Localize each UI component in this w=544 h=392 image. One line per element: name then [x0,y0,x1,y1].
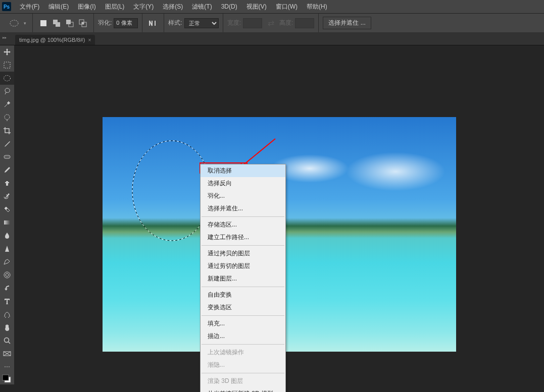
tool-zoom[interactable] [0,334,14,347]
tool-shape[interactable] [0,308,14,321]
svg-point-18 [4,272,10,278]
tool-gradient[interactable] [0,216,14,229]
menu-edit[interactable]: 编辑(E) [44,3,73,11]
ctx-deselect[interactable]: 取消选择 [201,164,285,177]
tool-clone[interactable] [0,177,14,190]
ctx-render-3d-layer: 渲染 3D 图层 [201,375,285,387]
svg-point-15 [8,156,9,157]
menu-file[interactable]: 文件(F) [15,3,44,11]
tool-type[interactable] [0,295,14,308]
width-label: 宽度: [227,19,241,27]
tool-eraser[interactable] [0,203,14,216]
svg-point-14 [7,156,7,157]
svg-rect-22 [3,375,9,380]
ctx-new-3d-from-selection[interactable]: 从当前选区新建 3D 模型 [201,387,285,392]
style-label: 样式: [168,19,182,27]
ctx-new-layer[interactable]: 新建图层... [201,272,285,285]
ctx-make-work-path[interactable]: 建立工作路径... [201,231,285,244]
tool-lasso[interactable] [0,85,14,98]
ctx-feather[interactable]: 羽化... [201,190,285,202]
tool-history-brush[interactable] [0,190,14,203]
ctx-select-inverse[interactable]: 选择反向 [201,177,285,190]
tool-sharpen[interactable] [0,242,14,255]
selection-subtract-icon[interactable] [64,18,75,29]
menu-layer[interactable]: 图层(L) [101,3,129,11]
ctx-fill[interactable]: 填充... [201,317,285,330]
tool-rect-marquee[interactable] [0,59,14,72]
document-tab-bar: ▸▸ timg.jpg @ 100%(RGB/8#) × [0,32,544,45]
clouds-graphic [274,147,456,193]
menu-type[interactable]: 文字(Y) [129,3,158,11]
ctx-sep [202,245,284,246]
ctx-sep [202,344,284,345]
menu-window[interactable]: 窗口(W) [271,3,302,11]
ctx-stroke[interactable]: 描边... [201,330,285,343]
tool-crop[interactable] [0,124,14,137]
tool-hand[interactable] [0,321,14,334]
swap-wh-icon: ⇄ [265,18,276,29]
svg-rect-1 [40,20,46,26]
document-tab-title: timg.jpg @ 100%(RGB/8#) [19,37,85,43]
selection-marquee [132,140,212,241]
svg-point-0 [10,20,18,26]
tool-blur[interactable] [0,229,14,242]
select-and-mask-button[interactable]: 选择并遮住 ... [323,17,371,29]
document-tab[interactable]: timg.jpg @ 100%(RGB/8#) × [15,35,95,45]
width-input [243,18,262,28]
menu-image[interactable]: 图像(I) [73,3,100,11]
tool-quick-select[interactable] [0,111,14,124]
selection-intersect-icon[interactable] [77,18,88,29]
tool-preset-ellipse-icon[interactable] [9,18,20,29]
ctx-save-selection[interactable]: 存储选区... [201,218,285,231]
close-tab-icon[interactable]: × [88,37,91,43]
ctx-free-transform[interactable]: 自由变换 [201,289,285,301]
svg-point-10 [4,76,11,81]
chevron-down-icon[interactable]: ▾ [22,18,27,29]
tool-edit-toolbar[interactable]: ⋯ [0,360,14,373]
ctx-sep [202,216,284,217]
svg-point-23 [132,141,211,241]
ctx-layer-via-copy[interactable]: 通过拷贝的图层 [201,247,285,260]
ctx-fade: 渐隐... [201,359,285,371]
foreground-background-swatch[interactable] [0,373,14,384]
tool-rect-shape[interactable] [0,347,14,360]
style-select[interactable]: 正常 [184,18,219,28]
tool-brush[interactable] [0,163,14,177]
ctx-sep [202,373,284,373]
selection-new-icon[interactable] [38,18,49,29]
ctx-transform-selection[interactable]: 变换选区 [201,301,285,314]
svg-point-24 [132,141,211,241]
ctx-select-and-mask[interactable]: 选择并遮住... [201,202,285,215]
tool-palette: ⋯ [0,45,14,384]
selection-add-icon[interactable] [51,18,62,29]
tool-ellipse-marquee[interactable] [0,72,14,85]
menu-view[interactable]: 视图(V) [242,3,271,11]
context-menu: 取消选择 选择反向 羽化... 选择并遮住... 存储选区... 建立工作路径.… [200,164,286,392]
antialias-icon[interactable] [147,18,159,29]
svg-point-19 [5,338,9,343]
expand-panel-icon[interactable]: ▸▸ [3,35,7,40]
feather-input[interactable] [114,18,138,28]
tool-healing[interactable] [0,150,14,163]
menu-bar: Ps 文件(F) 编辑(E) 图像(I) 图层(L) 文字(Y) 选择(S) 滤… [0,0,544,13]
tool-magic-wand[interactable] [0,98,14,111]
svg-rect-3 [56,22,60,27]
ctx-layer-via-cut[interactable]: 通过剪切的图层 [201,260,285,272]
options-bar: ▾ 羽化: 样式: 正常 宽度: ⇄ 高度: 选择并遮住 ... [0,13,544,32]
height-input [295,18,314,28]
tool-dodge[interactable] [0,255,14,268]
ctx-sep [202,287,284,287]
height-label: 高度: [279,19,293,27]
menu-3d[interactable]: 3D(D) [217,3,242,10]
tool-pen[interactable] [0,268,14,282]
ctx-sep [202,315,284,316]
menu-filter[interactable]: 滤镜(T) [187,3,216,11]
svg-point-13 [5,156,6,157]
menu-select[interactable]: 选择(S) [158,3,187,11]
tool-move[interactable] [0,45,14,59]
svg-point-17 [6,273,9,276]
tool-eyedropper[interactable] [0,137,14,150]
tool-path-select[interactable] [0,282,14,295]
menu-help[interactable]: 帮助(H) [302,3,332,11]
svg-point-11 [5,115,10,120]
